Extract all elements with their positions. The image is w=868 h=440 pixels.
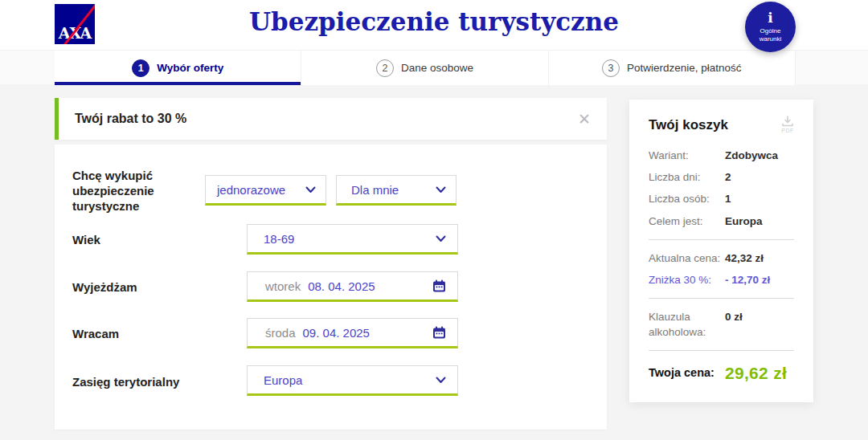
departure-label: Wyjeżdżam xyxy=(72,280,137,295)
steps-tabbar: 1 Wybór oferty 2 Dane osobowe 3 Potwierd… xyxy=(0,50,868,84)
current-price-value: 42,32 zł xyxy=(725,251,764,266)
divider xyxy=(649,350,794,351)
cart-detail-row: Liczba osób: 1 xyxy=(649,192,794,206)
alcohol-clause-row: Klauzula alkoholowa: 0 zł xyxy=(649,310,794,339)
return-label: Wracam xyxy=(72,327,119,342)
departure-date-field[interactable]: wtorek 08. 04. 2025 xyxy=(247,271,458,302)
alcohol-clause-label: Klauzula alkoholowa: xyxy=(649,310,725,339)
step-number-badge: 3 xyxy=(602,59,620,77)
cart-row-value: Zdobywca xyxy=(725,149,778,163)
discount-row: Zniżka 30 %: - 12,70 zł xyxy=(649,273,794,287)
divider xyxy=(649,239,794,240)
info-icon: i xyxy=(768,11,772,25)
general-terms-button[interactable]: i Ogólne warunki xyxy=(745,2,796,52)
cart-row-value: 2 xyxy=(725,170,731,185)
return-date-value: 09. 04. 2025 xyxy=(303,326,370,340)
territory-value: Europa xyxy=(264,373,302,387)
page-title: Ubezpieczenie turystyczne xyxy=(0,7,868,36)
tab-wybor-oferty[interactable]: 1 Wybór oferty xyxy=(55,51,301,85)
return-date-field[interactable]: środa 09. 04. 2025 xyxy=(247,318,458,348)
cart-row-value: Europa xyxy=(725,214,763,229)
age-select[interactable]: 18-69 xyxy=(247,224,458,255)
chevron-down-icon xyxy=(436,235,446,242)
discount-banner-text: Twój rabat to 30 % xyxy=(75,112,186,126)
chevron-down-icon xyxy=(436,186,446,194)
insured-for-select[interactable]: Dla mnie xyxy=(336,175,457,206)
departure-weekday: wtorek xyxy=(265,279,301,293)
cart-detail-row: Wariant: Zdobywca xyxy=(649,149,794,163)
tab-potwierdzenie-platnosc[interactable]: 3 Potwierdzenie, płatność xyxy=(549,51,796,85)
alcohol-clause-value: 0 zł xyxy=(725,310,743,339)
close-icon[interactable]: ✕ xyxy=(578,112,591,127)
offer-form-card: Chcę wykupić ubezpieczenie turystyczne j… xyxy=(55,145,607,430)
travel-insurance-page: AXA Ubezpieczenie turystyczne i Ogólne w… xyxy=(0,0,868,440)
header: AXA Ubezpieczenie turystyczne i Ogólne w… xyxy=(0,0,868,50)
download-icon xyxy=(781,116,794,127)
return-weekday: środa xyxy=(265,326,296,340)
cart-row-label: Wariant: xyxy=(649,149,725,163)
tab-label: Dane osobowe xyxy=(401,62,473,74)
calendar-icon xyxy=(432,326,446,340)
age-label: Wiek xyxy=(72,233,100,248)
territory-label: Zasięg terytorialny xyxy=(72,375,179,390)
download-pdf-button[interactable]: PDF xyxy=(781,116,794,133)
chevron-down-icon xyxy=(305,186,316,194)
cart-row-label: Celem jest: xyxy=(649,214,725,229)
step-number-badge: 2 xyxy=(376,59,394,77)
total-price-row: Twoja cena: 29,62 zł xyxy=(649,362,794,385)
cart-row-label: Liczba osób: xyxy=(649,192,725,206)
cart-detail-row: Celem jest: Europa xyxy=(649,214,794,229)
chevron-down-icon xyxy=(436,377,446,384)
territory-select[interactable]: Europa xyxy=(247,365,458,396)
current-price-label: Aktualna cena: xyxy=(649,251,725,266)
divider xyxy=(649,298,794,299)
discount-banner: Twój rabat to 30 % ✕ xyxy=(55,98,607,140)
cart-title: Twój koszyk xyxy=(649,117,728,133)
cart-row-label: Liczba dni: xyxy=(649,170,725,185)
purchase-label: Chcę wykupić ubezpieczenie turystyczne xyxy=(72,169,178,214)
total-price-value: 29,62 zł xyxy=(725,362,787,385)
pdf-label: PDF xyxy=(781,128,794,133)
insured-for-value: Dla mnie xyxy=(351,183,399,197)
cart-row-value: 1 xyxy=(725,192,731,206)
tab-dane-osobowe[interactable]: 2 Dane osobowe xyxy=(301,51,548,85)
insurance-type-select[interactable]: jednorazowe xyxy=(205,175,326,206)
insurance-type-value: jednorazowe xyxy=(217,183,285,197)
step-number-badge: 1 xyxy=(132,59,149,77)
cart-detail-row: Liczba dni: 2 xyxy=(649,170,794,185)
general-terms-label: Ogólne warunki xyxy=(752,27,789,43)
cart-panel: Twój koszyk PDF Wariant: Zdobywca Liczba… xyxy=(629,100,813,402)
tab-label: Potwierdzenie, płatność xyxy=(627,62,742,74)
steps-tabs: 1 Wybór oferty 2 Dane osobowe 3 Potwierd… xyxy=(55,51,796,85)
current-price-row: Aktualna cena: 42,32 zł xyxy=(649,251,794,266)
total-price-label: Twoja cena: xyxy=(649,365,725,381)
calendar-icon xyxy=(432,279,446,293)
age-value: 18-69 xyxy=(264,232,294,246)
discount-label: Zniżka 30 %: xyxy=(649,273,725,287)
departure-date-value: 08. 04. 2025 xyxy=(308,279,375,293)
tab-label: Wybór oferty xyxy=(157,62,223,74)
discount-value: - 12,70 zł xyxy=(725,273,770,287)
